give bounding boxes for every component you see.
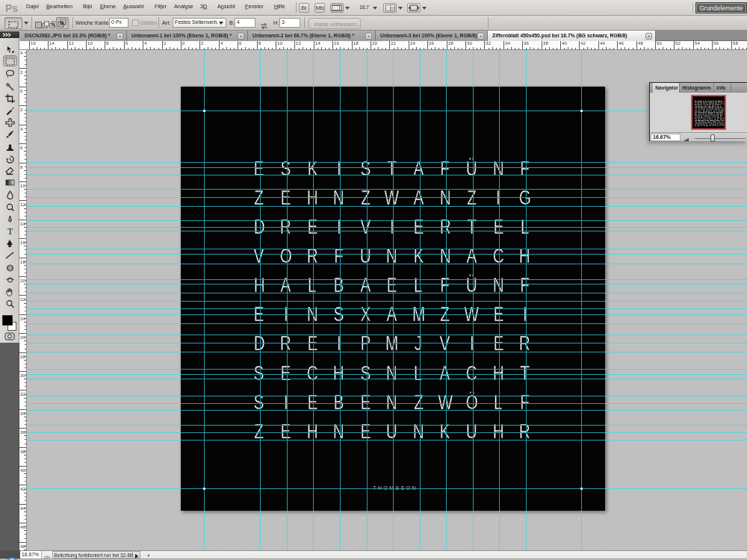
svg-text:T: T xyxy=(7,227,13,236)
